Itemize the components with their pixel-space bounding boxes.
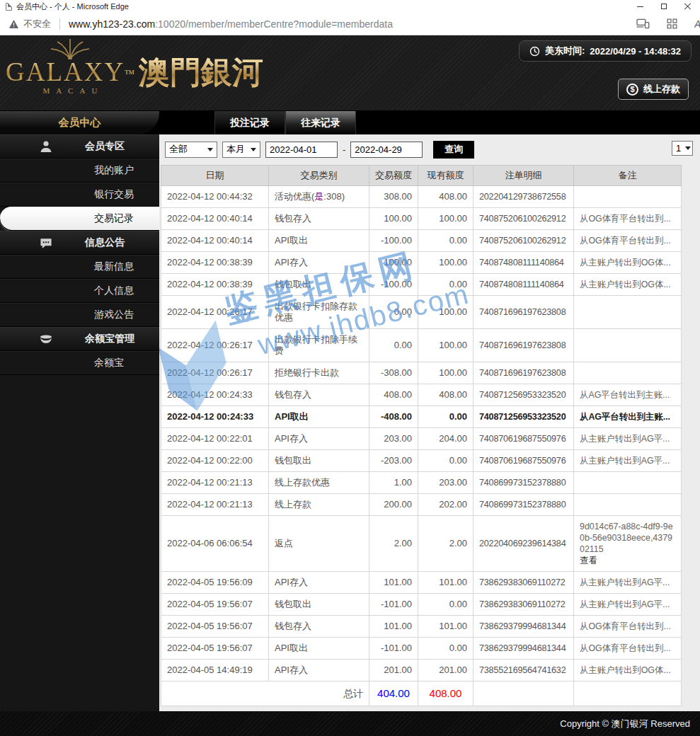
cell-date: 2022-04-12 00:24:33 bbox=[161, 406, 269, 428]
cell-balance: 202.00 bbox=[418, 494, 474, 516]
sidebar-section-header[interactable]: 余额宝管理 bbox=[0, 327, 159, 351]
cell-date: 2022-04-05 14:49:19 bbox=[161, 660, 269, 682]
cell-amount: -100.00 bbox=[369, 274, 418, 296]
chevron-down-icon bbox=[685, 146, 691, 153]
user-icon bbox=[39, 140, 54, 153]
security-label[interactable]: 不安全 bbox=[23, 18, 51, 30]
cell-date: 2022-04-05 19:56:09 bbox=[161, 572, 269, 594]
clock-icon bbox=[529, 46, 540, 57]
wallet-icon bbox=[39, 333, 54, 345]
cell-order-detail: 740875206100262912 bbox=[474, 230, 574, 252]
table-row: 2022-04-05 19:56:09API存入101.00101.007386… bbox=[161, 572, 682, 594]
close-button[interactable] bbox=[676, 0, 700, 13]
cell-balance: 408.00 bbox=[418, 384, 474, 406]
cell-order-detail: 740871696197623808 bbox=[474, 329, 574, 362]
cell-date: 2022-04-12 00:38:39 bbox=[161, 252, 269, 274]
url-field[interactable]: www.yh123-23.com:10020/member/memberCent… bbox=[69, 18, 393, 30]
cell-remark: 从AG平台转出到主账... bbox=[574, 406, 682, 428]
logo-chinese-word: 澳門銀河 bbox=[139, 55, 263, 89]
sidebar-item[interactable]: 交易记录 bbox=[0, 207, 159, 231]
page-footer: Copyright © 澳门银河 Reserved bbox=[0, 711, 700, 736]
cell-remark: 从主账户转出到OG体... bbox=[574, 660, 682, 682]
cell-balance: 0.00 bbox=[418, 406, 474, 428]
table-row: 2022-04-12 00:38:39钱包取出-100.000.00740874… bbox=[161, 274, 682, 296]
sidebar-item[interactable]: 我的账户 bbox=[0, 159, 159, 183]
table-column-header: 现有额度 bbox=[418, 166, 474, 186]
cell-amount: -308.00 bbox=[369, 362, 418, 384]
total-empty-order bbox=[474, 682, 574, 706]
time-label: 美东时间: bbox=[545, 45, 585, 57]
table-row: 2022-04-12 00:40:14API取出-100.000.0074087… bbox=[161, 230, 682, 252]
cell-date: 2022-04-12 00:40:14 bbox=[161, 230, 269, 252]
cell-order-detail: 202204129738672558 bbox=[474, 186, 574, 208]
cell-amount: 308.00 bbox=[369, 186, 418, 208]
table-row: 2022-04-12 00:21:13线上存款200.00202.0074086… bbox=[161, 494, 682, 516]
browser-profile-icon[interactable]: A bbox=[694, 18, 700, 30]
query-button[interactable]: 查询 bbox=[433, 141, 474, 159]
sidebar-item[interactable]: 最新信息 bbox=[0, 255, 159, 279]
cell-order-detail: 202204069239614384 bbox=[474, 516, 574, 572]
main-tab[interactable]: 投注记录 bbox=[214, 111, 285, 134]
cell-type: 钱包取出 bbox=[269, 594, 369, 616]
minimize-button[interactable] bbox=[628, 0, 652, 13]
cell-balance: 100.00 bbox=[418, 329, 474, 362]
table-column-header: 交易类别 bbox=[269, 166, 369, 186]
table-row: 2022-04-12 00:22:00钱包取出-203.000.00740870… bbox=[161, 450, 682, 472]
table-row: 2022-04-12 00:21:13线上存款优惠1.00203.0074086… bbox=[161, 472, 682, 494]
sidebar-section-header[interactable]: 会员专区 bbox=[0, 134, 159, 159]
cell-order-detail: 738552169564741632 bbox=[474, 660, 574, 682]
cell-balance: 201.00 bbox=[418, 660, 474, 682]
period-value: 本月 bbox=[226, 143, 245, 156]
cell-order-detail: 740871696197623808 bbox=[474, 362, 574, 384]
cell-amount: 200.00 bbox=[369, 494, 418, 516]
cell-remark: 从OG体育平台转出到... bbox=[574, 208, 682, 230]
date-from-input[interactable] bbox=[265, 142, 338, 158]
cell-date: 2022-04-12 00:38:39 bbox=[161, 274, 269, 296]
remark-view-link[interactable]: 查看 bbox=[580, 555, 675, 566]
cell-remark: 从OG体育平台转出到... bbox=[574, 638, 682, 660]
cell-type: API存入 bbox=[269, 252, 369, 274]
cell-remark bbox=[574, 472, 682, 494]
page-select[interactable]: 1 bbox=[672, 141, 693, 156]
cell-order-detail: 740870619687550976 bbox=[474, 428, 574, 450]
cell-order-detail: 738629383069110272 bbox=[474, 594, 574, 616]
cell-amount: -203.00 bbox=[369, 450, 418, 472]
transaction-type-select[interactable]: 全部 bbox=[165, 142, 217, 158]
main-tab[interactable]: 往来记录 bbox=[285, 111, 356, 134]
table-column-header: 注单明细 bbox=[474, 166, 574, 186]
type-detail-link[interactable]: 是 bbox=[314, 191, 323, 202]
browser-toolbar-icons: A bbox=[636, 18, 700, 30]
chevron-down-icon bbox=[207, 148, 213, 154]
online-deposit-button[interactable]: $ 线上存款 bbox=[618, 79, 689, 100]
period-select[interactable]: 本月 bbox=[222, 142, 260, 158]
table-row: 2022-04-06 06:06:54返点2.002.0020220406923… bbox=[161, 516, 682, 572]
total-amount: 404.00 bbox=[369, 682, 418, 706]
table-column-header: 日期 bbox=[161, 166, 269, 186]
cell-order-detail: 738629383069110272 bbox=[474, 572, 574, 594]
cell-date: 2022-04-06 06:06:54 bbox=[161, 516, 269, 572]
online-deposit-label: 线上存款 bbox=[643, 83, 680, 96]
table-total-row: 总计404.00408.00 bbox=[161, 682, 682, 706]
sidebar-item[interactable]: 银行交易 bbox=[0, 183, 159, 207]
maximize-button[interactable] bbox=[652, 0, 676, 13]
not-secure-warning-icon[interactable] bbox=[8, 19, 19, 29]
sidebar-item[interactable]: 个人信息 bbox=[0, 279, 159, 303]
cell-type: 出款银行卡扣除存款优惠 bbox=[269, 296, 369, 329]
cell-order-detail: 740869973152378880 bbox=[474, 494, 574, 516]
cell-balance: 100.00 bbox=[418, 296, 474, 329]
cell-type: 钱包取出 bbox=[269, 274, 369, 296]
date-to-input[interactable] bbox=[350, 142, 423, 158]
chat-icon bbox=[39, 237, 54, 249]
url-host: www.yh123-23.com bbox=[69, 18, 155, 30]
logo-latin-block: GALAXYTM MACAU bbox=[6, 37, 134, 95]
table-row: 2022-04-12 00:26:17出款银行卡扣除存款优惠0.00100.00… bbox=[161, 296, 682, 329]
send-to-devices-icon[interactable] bbox=[636, 18, 650, 29]
sidebar-item[interactable]: 游戏公告 bbox=[0, 303, 159, 327]
sidebar-section-header[interactable]: 信息公告 bbox=[0, 231, 159, 255]
cell-amount: -100.00 bbox=[369, 230, 418, 252]
cell-amount: 101.00 bbox=[369, 572, 418, 594]
cell-remark bbox=[574, 362, 682, 384]
sidebar-item[interactable]: 余额宝 bbox=[0, 351, 159, 375]
apps-grid-icon[interactable] bbox=[667, 18, 677, 29]
close-icon bbox=[684, 3, 692, 10]
